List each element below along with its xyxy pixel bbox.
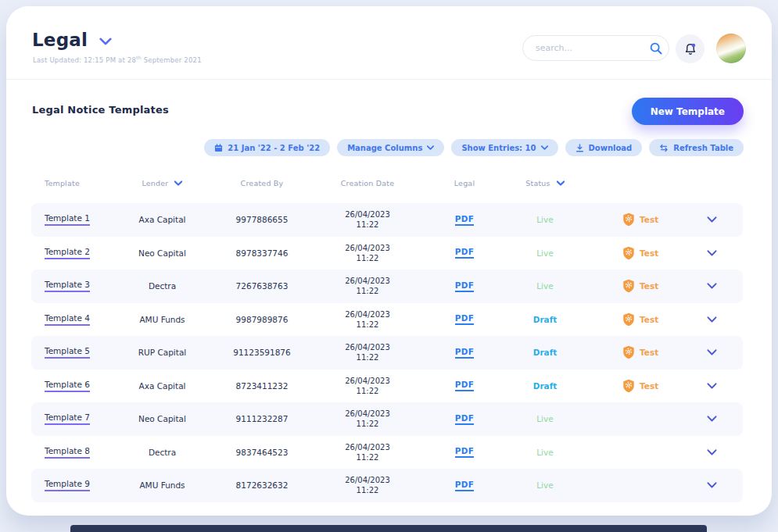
new-template-button[interactable]: New Template: [632, 98, 744, 125]
table-header-row: Template Lender Created By Creation Date…: [31, 179, 743, 187]
test-badge: Test: [622, 312, 658, 327]
row-expand-chevron-icon[interactable]: [707, 449, 717, 455]
creation-date-cell: 26/04/2023 11:22: [345, 409, 390, 429]
created-by-cell: 9987989876: [236, 315, 289, 324]
row-expand-chevron-icon[interactable]: [707, 250, 717, 256]
template-link[interactable]: Template 4: [45, 313, 90, 326]
date-range-button[interactable]: 21 Jan '22 - 2 Feb '22: [204, 139, 330, 156]
shield-gear-icon: [622, 246, 635, 260]
lender-cell: AMU Funds: [139, 315, 185, 324]
lender-cell: Neo Capital: [138, 248, 186, 258]
shield-gear-icon: [622, 312, 635, 327]
pdf-link[interactable]: PDF: [455, 280, 474, 292]
pdf-link[interactable]: PDF: [455, 214, 474, 226]
created-by-cell: 9111232287: [236, 414, 289, 423]
table-row: Template 3 Dectra 7267638763 26/04/2023 …: [31, 270, 743, 303]
chevron-down-icon: [541, 145, 548, 150]
download-button[interactable]: Download: [565, 139, 643, 156]
notifications-button[interactable]: [676, 34, 705, 63]
bottom-dock-bar: [70, 525, 707, 532]
pdf-link[interactable]: PDF: [455, 347, 474, 359]
shield-gear-icon: [622, 212, 635, 227]
template-link[interactable]: Template 2: [45, 247, 90, 259]
header-status: Status: [507, 179, 583, 187]
created-by-cell: 7267638763: [236, 281, 289, 291]
lender-sort-icon[interactable]: [174, 180, 182, 186]
search-box: [522, 35, 669, 61]
chevron-down-icon: [427, 145, 434, 150]
manage-columns-button[interactable]: Manage Columns: [337, 139, 444, 156]
table-row: Template 5 RUP Capital 91123591876 26/04…: [31, 336, 743, 370]
header-lender: Lender: [113, 179, 211, 187]
pdf-link[interactable]: PDF: [455, 247, 474, 259]
row-expand-chevron-icon[interactable]: [707, 416, 717, 422]
creation-date-cell: 26/04/2023 11:22: [345, 342, 390, 362]
template-link[interactable]: Template 8: [45, 446, 90, 459]
table-row: Template 8 Dectra 9837464523 26/04/2023 …: [31, 436, 743, 470]
row-expand-chevron-icon[interactable]: [707, 283, 717, 289]
status-badge: Live: [536, 281, 553, 291]
table-row: Template 7 Neo Capital 9111232287 26/04/…: [31, 402, 743, 436]
pdf-link[interactable]: PDF: [455, 446, 474, 458]
table-row: Template 6 Axa Capital 8723411232 26/04/…: [31, 370, 743, 403]
created-by-cell: 91123591876: [233, 348, 291, 357]
test-badge: Test: [622, 279, 658, 293]
lender-cell: Dectra: [149, 281, 176, 291]
created-by-cell: 8172632632: [236, 480, 289, 490]
header-divider: [6, 79, 772, 80]
status-badge: Live: [536, 414, 553, 423]
header-created-by: Created By: [211, 179, 313, 187]
refresh-table-button[interactable]: Refresh Table: [649, 139, 744, 156]
row-expand-chevron-icon[interactable]: [707, 216, 717, 223]
shield-gear-icon: [622, 345, 635, 359]
test-badge: Test: [622, 345, 658, 359]
creation-date-cell: 26/04/2023 11:22: [345, 376, 390, 396]
status-badge: Draft: [533, 381, 558, 391]
table-row: Template 4 AMU Funds 9987989876 26/04/20…: [31, 303, 743, 337]
row-expand-chevron-icon[interactable]: [707, 349, 717, 355]
created-by-cell: 9837464523: [236, 448, 289, 457]
row-expand-chevron-icon[interactable]: [707, 482, 717, 488]
shield-gear-icon: [622, 379, 635, 393]
search-input[interactable]: [536, 43, 649, 53]
test-badge: Test: [622, 246, 658, 260]
pdf-link[interactable]: PDF: [455, 480, 474, 491]
table-row: Template 2 Neo Capital 8978337746 26/04/…: [31, 237, 743, 270]
table-row: Template 1 Axa Capital 9977886655 26/04/…: [31, 203, 743, 237]
refresh-icon: [659, 144, 669, 152]
template-link[interactable]: Template 6: [45, 380, 90, 392]
row-expand-chevron-icon[interactable]: [707, 383, 717, 389]
search-icon[interactable]: [649, 41, 663, 55]
pdf-link[interactable]: PDF: [455, 380, 474, 391]
chevron-down-icon[interactable]: [99, 37, 112, 45]
test-badge: Test: [622, 212, 658, 227]
page-title-label: Legal: [32, 30, 88, 50]
template-link[interactable]: Template 3: [45, 280, 90, 292]
table-row: Template 9 AMU Funds 8172632632 26/04/20…: [31, 469, 743, 502]
header-legal: Legal: [422, 179, 507, 187]
template-link[interactable]: Template 1: [45, 213, 90, 226]
page-title: Legal: [32, 30, 112, 50]
bell-icon: [683, 41, 698, 57]
creation-date-cell: 26/04/2023 11:22: [345, 243, 390, 263]
lender-cell: Dectra: [149, 448, 176, 457]
show-entries-button[interactable]: Show Entries: 10: [451, 139, 558, 156]
header-template: Template: [31, 179, 113, 187]
template-link[interactable]: Template 5: [45, 346, 90, 359]
creation-date-cell: 26/04/2023 11:22: [345, 276, 390, 296]
pdf-link[interactable]: PDF: [455, 313, 474, 325]
template-link[interactable]: Template 9: [45, 479, 90, 491]
template-link[interactable]: Template 7: [45, 412, 90, 425]
download-icon: [575, 144, 584, 152]
status-badge: Live: [536, 480, 553, 490]
user-avatar[interactable]: [716, 34, 746, 63]
status-badge: Draft: [533, 315, 558, 324]
pdf-link[interactable]: PDF: [455, 413, 474, 425]
created-by-cell: 8723411232: [236, 381, 289, 391]
created-by-cell: 9977886655: [236, 215, 289, 224]
row-expand-chevron-icon[interactable]: [707, 316, 717, 323]
lender-cell: Neo Capital: [138, 414, 186, 423]
section-title: Legal Notice Templates: [32, 104, 169, 116]
creation-date-cell: 26/04/2023 11:22: [345, 475, 390, 495]
status-sort-icon[interactable]: [557, 180, 565, 186]
